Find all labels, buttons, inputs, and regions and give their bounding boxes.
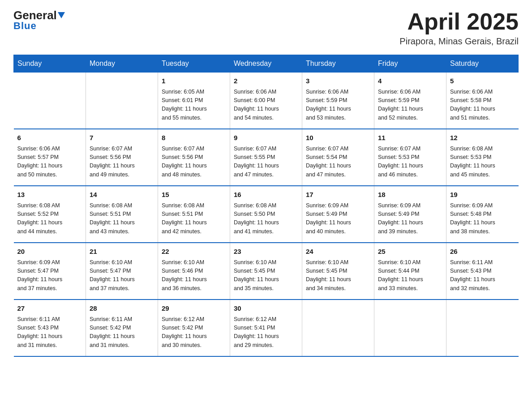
day-number: 20 <box>17 247 82 257</box>
day-info: Sunrise: 6:07 AM Sunset: 5:53 PM Dayligh… <box>378 145 442 180</box>
day-info: Sunrise: 6:07 AM Sunset: 5:54 PM Dayligh… <box>306 145 370 180</box>
day-number: 8 <box>162 133 226 143</box>
calendar-cell <box>374 300 446 356</box>
day-number: 18 <box>378 190 442 200</box>
column-header-wednesday: Wednesday <box>230 55 302 73</box>
calendar-cell: 1Sunrise: 6:05 AM Sunset: 6:01 PM Daylig… <box>158 73 230 129</box>
day-number: 21 <box>90 247 154 257</box>
day-info: Sunrise: 6:08 AM Sunset: 5:52 PM Dayligh… <box>17 201 82 236</box>
logo-triangle-icon <box>58 12 65 18</box>
calendar-cell: 14Sunrise: 6:08 AM Sunset: 5:51 PM Dayli… <box>86 186 158 243</box>
day-number: 16 <box>234 190 298 200</box>
day-info: Sunrise: 6:08 AM Sunset: 5:51 PM Dayligh… <box>90 201 154 236</box>
day-info: Sunrise: 6:08 AM Sunset: 5:51 PM Dayligh… <box>162 201 226 236</box>
column-header-monday: Monday <box>86 55 158 73</box>
day-number: 26 <box>450 247 515 257</box>
calendar-cell: 3Sunrise: 6:06 AM Sunset: 5:59 PM Daylig… <box>302 73 374 129</box>
day-number: 19 <box>450 190 515 200</box>
calendar-cell: 4Sunrise: 6:06 AM Sunset: 5:59 PM Daylig… <box>374 73 446 129</box>
calendar-cell <box>446 300 519 356</box>
calendar-cell: 24Sunrise: 6:10 AM Sunset: 5:45 PM Dayli… <box>302 243 374 300</box>
location-title: Pirapora, Minas Gerais, Brazil <box>399 36 519 47</box>
calendar-cell: 29Sunrise: 6:12 AM Sunset: 5:42 PM Dayli… <box>158 300 230 356</box>
day-number: 11 <box>378 133 442 143</box>
day-number: 28 <box>90 304 154 314</box>
day-info: Sunrise: 6:07 AM Sunset: 5:56 PM Dayligh… <box>162 145 226 180</box>
day-number: 3 <box>306 76 370 86</box>
logo: General Blue <box>13 9 65 32</box>
day-info: Sunrise: 6:10 AM Sunset: 5:44 PM Dayligh… <box>378 258 442 293</box>
calendar-cell: 9Sunrise: 6:07 AM Sunset: 5:55 PM Daylig… <box>230 129 302 186</box>
day-info: Sunrise: 6:10 AM Sunset: 5:45 PM Dayligh… <box>234 258 298 293</box>
day-number: 30 <box>234 304 298 314</box>
day-number: 10 <box>306 133 370 143</box>
day-number: 4 <box>378 76 442 86</box>
calendar-cell: 11Sunrise: 6:07 AM Sunset: 5:53 PM Dayli… <box>374 129 446 186</box>
day-number: 15 <box>162 190 226 200</box>
column-header-saturday: Saturday <box>446 55 519 73</box>
page-header: General Blue April 2025 Pirapora, Minas … <box>13 9 519 47</box>
day-info: Sunrise: 6:09 AM Sunset: 5:47 PM Dayligh… <box>17 258 82 293</box>
day-info: Sunrise: 6:09 AM Sunset: 5:49 PM Dayligh… <box>378 201 442 236</box>
calendar-table: SundayMondayTuesdayWednesdayThursdayFrid… <box>13 55 519 357</box>
column-header-thursday: Thursday <box>302 55 374 73</box>
day-number: 13 <box>17 190 82 200</box>
day-info: Sunrise: 6:07 AM Sunset: 5:56 PM Dayligh… <box>90 145 154 180</box>
day-number: 22 <box>162 247 226 257</box>
day-info: Sunrise: 6:09 AM Sunset: 5:48 PM Dayligh… <box>450 201 515 236</box>
day-info: Sunrise: 6:06 AM Sunset: 5:58 PM Dayligh… <box>450 88 515 123</box>
day-number: 17 <box>306 190 370 200</box>
day-number: 23 <box>234 247 298 257</box>
day-info: Sunrise: 6:12 AM Sunset: 5:42 PM Dayligh… <box>162 315 226 350</box>
calendar-cell: 30Sunrise: 6:12 AM Sunset: 5:41 PM Dayli… <box>230 300 302 356</box>
day-number: 24 <box>306 247 370 257</box>
calendar-cell: 22Sunrise: 6:10 AM Sunset: 5:46 PM Dayli… <box>158 243 230 300</box>
day-number: 7 <box>90 133 154 143</box>
calendar-cell <box>86 73 158 129</box>
day-number: 25 <box>378 247 442 257</box>
calendar-cell <box>14 73 86 129</box>
calendar-cell: 8Sunrise: 6:07 AM Sunset: 5:56 PM Daylig… <box>158 129 230 186</box>
day-info: Sunrise: 6:10 AM Sunset: 5:46 PM Dayligh… <box>162 258 226 293</box>
day-number: 5 <box>450 76 515 86</box>
day-number: 9 <box>234 133 298 143</box>
day-info: Sunrise: 6:11 AM Sunset: 5:42 PM Dayligh… <box>90 315 154 350</box>
calendar-cell: 13Sunrise: 6:08 AM Sunset: 5:52 PM Dayli… <box>14 186 86 243</box>
column-header-tuesday: Tuesday <box>158 55 230 73</box>
day-number: 2 <box>234 76 298 86</box>
calendar-cell: 19Sunrise: 6:09 AM Sunset: 5:48 PM Dayli… <box>446 186 519 243</box>
day-number: 12 <box>450 133 515 143</box>
logo-blue-text: Blue <box>13 20 37 32</box>
calendar-cell: 23Sunrise: 6:10 AM Sunset: 5:45 PM Dayli… <box>230 243 302 300</box>
column-header-sunday: Sunday <box>14 55 86 73</box>
calendar-week-row: 13Sunrise: 6:08 AM Sunset: 5:52 PM Dayli… <box>14 186 519 243</box>
calendar-cell: 26Sunrise: 6:11 AM Sunset: 5:43 PM Dayli… <box>446 243 519 300</box>
calendar-cell: 7Sunrise: 6:07 AM Sunset: 5:56 PM Daylig… <box>86 129 158 186</box>
day-info: Sunrise: 6:05 AM Sunset: 6:01 PM Dayligh… <box>162 88 226 123</box>
day-info: Sunrise: 6:09 AM Sunset: 5:49 PM Dayligh… <box>306 201 370 236</box>
day-info: Sunrise: 6:11 AM Sunset: 5:43 PM Dayligh… <box>17 315 82 350</box>
month-title: April 2025 <box>399 9 519 34</box>
calendar-cell <box>302 300 374 356</box>
calendar-week-row: 27Sunrise: 6:11 AM Sunset: 5:43 PM Dayli… <box>14 300 519 356</box>
title-block: April 2025 Pirapora, Minas Gerais, Brazi… <box>399 9 519 47</box>
calendar-cell: 25Sunrise: 6:10 AM Sunset: 5:44 PM Dayli… <box>374 243 446 300</box>
day-info: Sunrise: 6:12 AM Sunset: 5:41 PM Dayligh… <box>234 315 298 350</box>
calendar-week-row: 6Sunrise: 6:06 AM Sunset: 5:57 PM Daylig… <box>14 129 519 186</box>
day-info: Sunrise: 6:06 AM Sunset: 5:57 PM Dayligh… <box>17 145 82 180</box>
day-number: 1 <box>162 76 226 86</box>
day-info: Sunrise: 6:10 AM Sunset: 5:45 PM Dayligh… <box>306 258 370 293</box>
calendar-header-row: SundayMondayTuesdayWednesdayThursdayFrid… <box>14 55 519 73</box>
day-info: Sunrise: 6:07 AM Sunset: 5:55 PM Dayligh… <box>234 145 298 180</box>
calendar-cell: 10Sunrise: 6:07 AM Sunset: 5:54 PM Dayli… <box>302 129 374 186</box>
calendar-cell: 5Sunrise: 6:06 AM Sunset: 5:58 PM Daylig… <box>446 73 519 129</box>
calendar-cell: 27Sunrise: 6:11 AM Sunset: 5:43 PM Dayli… <box>14 300 86 356</box>
calendar-cell: 21Sunrise: 6:10 AM Sunset: 5:47 PM Dayli… <box>86 243 158 300</box>
calendar-cell: 2Sunrise: 6:06 AM Sunset: 6:00 PM Daylig… <box>230 73 302 129</box>
calendar-cell: 15Sunrise: 6:08 AM Sunset: 5:51 PM Dayli… <box>158 186 230 243</box>
calendar-cell: 28Sunrise: 6:11 AM Sunset: 5:42 PM Dayli… <box>86 300 158 356</box>
day-info: Sunrise: 6:10 AM Sunset: 5:47 PM Dayligh… <box>90 258 154 293</box>
day-number: 14 <box>90 190 154 200</box>
calendar-cell: 18Sunrise: 6:09 AM Sunset: 5:49 PM Dayli… <box>374 186 446 243</box>
calendar-cell: 20Sunrise: 6:09 AM Sunset: 5:47 PM Dayli… <box>14 243 86 300</box>
